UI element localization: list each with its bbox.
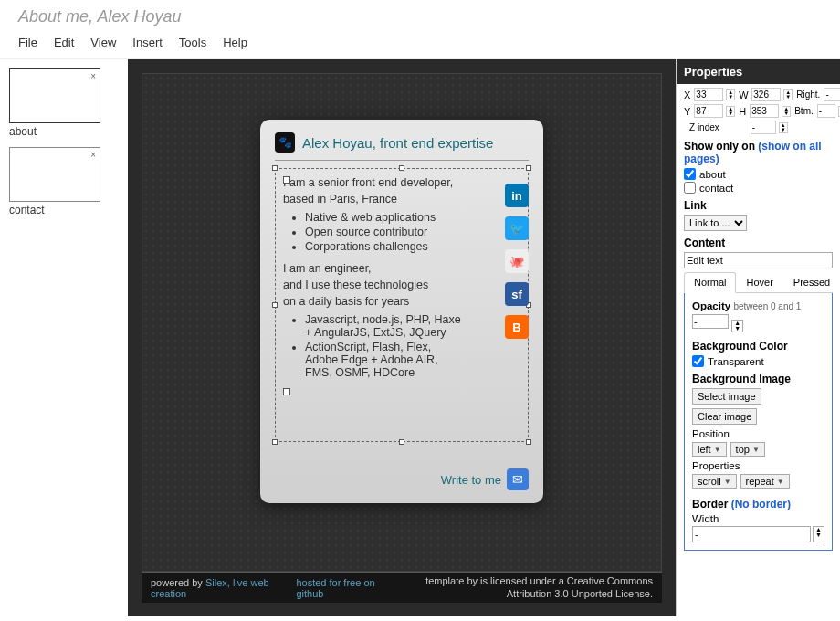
page-label: about <box>9 125 119 138</box>
page-item[interactable]: × about <box>9 68 119 138</box>
tab-pressed[interactable]: Pressed <box>783 272 840 292</box>
template-label: template by <box>425 575 480 586</box>
clear-image-button[interactable]: Clear image <box>692 408 757 425</box>
position-label: Position <box>692 428 824 439</box>
bio-line: on a daily basis for years <box>283 295 466 308</box>
link-select[interactable]: Link to ... <box>684 215 747 231</box>
menu-file[interactable]: File <box>18 36 37 49</box>
showonly-contact-label: contact <box>699 183 733 194</box>
edit-text-input[interactable] <box>684 252 833 268</box>
select-image-button[interactable]: Select image <box>692 388 761 405</box>
stage-footer: powered by Silex, live web creation host… <box>142 572 662 603</box>
showonly-contact-checkbox[interactable] <box>684 182 696 194</box>
menu-help[interactable]: Help <box>223 36 247 49</box>
skill-item: Native & web applications <box>305 211 466 224</box>
coord-btm-input[interactable] <box>817 104 835 118</box>
bgpos-top-select[interactable]: top▼ <box>730 442 765 457</box>
page-item[interactable]: × contact <box>9 147 119 216</box>
showonly-label: Show only on <box>684 140 755 153</box>
state-tabs: Normal Hover Pressed <box>684 272 833 293</box>
coord-h-label: H <box>739 106 746 117</box>
app-title: About me, Alex Hoyau <box>18 7 822 26</box>
bgpos-left-select[interactable]: left▼ <box>692 442 727 457</box>
bgprop-scroll-select[interactable]: scroll▼ <box>692 474 737 489</box>
write-to-me-link[interactable]: Write to me <box>441 473 501 487</box>
bgcolor-title: Background Color <box>692 340 824 353</box>
coord-y-input[interactable] <box>694 104 723 118</box>
coord-x-input[interactable] <box>694 88 723 101</box>
coord-h-stepper[interactable]: ▲▼ <box>782 106 791 117</box>
content-title: Content <box>684 237 833 249</box>
app-header: About me, Alex Hoyau <box>0 0 840 30</box>
page-label: contact <box>9 204 119 216</box>
no-border-link[interactable]: (No border) <box>731 498 791 510</box>
stage: 🐾 Alex Hoyau, front end expertise I am a… <box>128 59 676 616</box>
coord-h-input[interactable] <box>750 104 779 118</box>
twitter-icon[interactable]: 🐦 <box>505 216 529 240</box>
menu-view[interactable]: View <box>90 36 116 49</box>
bgprop-repeat-select[interactable]: repeat▼ <box>740 474 790 489</box>
coord-w-stepper[interactable]: ▲▼ <box>783 89 793 100</box>
skill-item: Corporations challenges <box>305 240 466 253</box>
zindex-stepper[interactable]: ▲▼ <box>779 122 788 133</box>
card-title: Alex Hoyau, front end expertise <box>302 135 493 151</box>
coord-btm-label: Btm. <box>794 106 814 116</box>
menu-insert[interactable]: Insert <box>132 36 163 49</box>
tech-item: Javascript, node.js, PHP, Haxe + Angular… <box>305 313 466 339</box>
border-width-input[interactable] <box>692 526 811 542</box>
intro-line: based in Paris, France <box>283 193 466 205</box>
license-text: is licensed under a Creative Commons Att… <box>480 575 653 598</box>
zindex-label: Z index <box>689 122 719 132</box>
menu-bar: File Edit View Insert Tools Help <box>0 30 840 59</box>
mail-icon[interactable]: ✉ <box>507 468 529 490</box>
bio-line: and I use these technologies <box>283 279 466 291</box>
linkedin-icon[interactable]: in <box>505 184 529 207</box>
selected-element[interactable]: I am a senior front end developer, based… <box>275 168 529 442</box>
skill-item: Open source contributor <box>305 226 466 238</box>
page-thumb-contact[interactable]: × <box>9 147 100 202</box>
close-icon[interactable]: × <box>90 150 96 160</box>
menu-tools[interactable]: Tools <box>179 36 206 49</box>
properties-header: Properties <box>677 59 840 84</box>
social-links: in 🐦 🐙 sf B <box>505 184 529 339</box>
properties-panel: Properties X ▲▼ W ▲▼ Right. ▲▼ Y ▲▼ H ▲▼ <box>676 59 840 616</box>
intro-line: I am a senior front end developer, <box>283 176 466 189</box>
coord-right-input[interactable] <box>824 88 840 101</box>
powered-label: powered by <box>151 577 203 588</box>
content-card[interactable]: 🐾 Alex Hoyau, front end expertise I am a… <box>260 120 543 503</box>
border-width-stepper[interactable]: ▲▼ <box>813 526 824 542</box>
coord-right-label: Right. <box>796 89 820 100</box>
github-icon[interactable]: 🐙 <box>505 249 529 273</box>
bg-properties-label: Properties <box>692 460 824 471</box>
coord-y-label: Y <box>684 106 690 117</box>
opacity-hint: between 0 and 1 <box>733 301 801 311</box>
tab-normal[interactable]: Normal <box>684 272 736 293</box>
bio-line: I am an engineer, <box>283 262 466 275</box>
tech-item: ActionScript, Flash, Flex, Adobe Edge + … <box>305 341 466 379</box>
card-body: I am a senior front end developer, based… <box>283 176 466 379</box>
transparent-label: Transparent <box>708 356 764 367</box>
opacity-input[interactable] <box>692 314 729 329</box>
hosted-link[interactable]: hosted for free on github <box>296 577 397 599</box>
opacity-label: Opacity <box>692 300 730 311</box>
showonly-about-checkbox[interactable] <box>684 168 696 180</box>
coord-x-label: X <box>684 89 690 100</box>
coord-x-stepper[interactable]: ▲▼ <box>726 89 735 100</box>
sourceforge-icon[interactable]: sf <box>505 282 529 306</box>
blogger-icon[interactable]: B <box>505 315 529 339</box>
tab-hover[interactable]: Hover <box>736 272 782 292</box>
canvas[interactable]: 🐾 Alex Hoyau, front end expertise I am a… <box>142 73 662 572</box>
zindex-input[interactable] <box>751 121 776 134</box>
paw-icon: 🐾 <box>275 132 295 153</box>
pages-panel: × about × contact <box>0 59 128 616</box>
coord-y-stepper[interactable]: ▲▼ <box>726 106 735 117</box>
menu-edit[interactable]: Edit <box>54 36 74 49</box>
transparent-checkbox[interactable] <box>692 355 704 367</box>
link-title: Link <box>684 199 833 212</box>
coord-w-input[interactable] <box>751 88 781 101</box>
page-thumb-about[interactable]: × <box>9 68 100 123</box>
opacity-stepper[interactable]: ▲▼ <box>731 320 743 332</box>
border-width-label: Width <box>692 513 824 524</box>
close-icon[interactable]: × <box>90 71 96 81</box>
tab-content: Opacity between 0 and 1 ▲▼ Background Co… <box>684 293 833 551</box>
